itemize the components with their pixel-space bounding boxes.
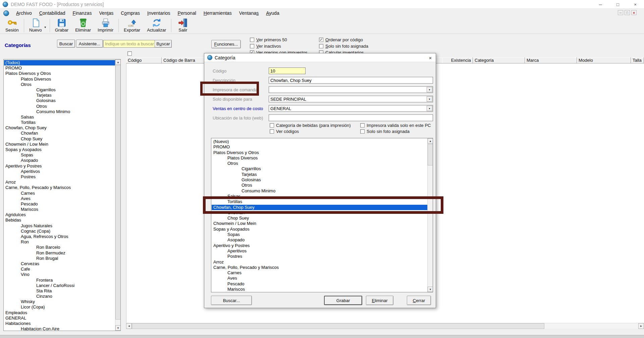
category-item[interactable]: Vino — [4, 272, 115, 277]
category-item[interactable]: Habitaciones — [4, 321, 115, 326]
column-header-codigo[interactable]: Código — [126, 57, 162, 63]
category-item[interactable]: Chowfan, Chop Suey — [4, 125, 115, 131]
menu-item-ayuda[interactable]: Ayuda — [262, 9, 283, 17]
dialog-category-item[interactable]: Otros — [212, 183, 427, 188]
horizontal-scrollbar-thumb[interactable] — [132, 323, 544, 329]
category-item[interactable]: Consumo Minimo — [4, 109, 115, 114]
category-item[interactable]: Asopado — [4, 158, 115, 163]
category-item[interactable]: Habitacion Con Aire — [4, 326, 115, 331]
category-item[interactable]: Mariscos — [4, 207, 115, 212]
scroll-down-icon[interactable]: ▼ — [428, 287, 433, 292]
checkbox[interactable] — [250, 38, 254, 42]
checkbox[interactable] — [270, 123, 274, 128]
category-item[interactable]: Cervezas — [4, 261, 115, 267]
category-item[interactable]: Pescado — [4, 201, 115, 207]
ubicacion-foto-field[interactable] — [269, 114, 433, 121]
category-item[interactable]: PROMO — [4, 65, 115, 71]
category-item[interactable]: Ron — [4, 239, 115, 245]
dialog-category-item[interactable]: Aves — [212, 276, 427, 281]
salir-toolbar-button[interactable]: Salir — [173, 17, 193, 34]
dialog-category-item[interactable]: Consumo Minimo — [212, 188, 427, 194]
category-item[interactable]: Postres — [4, 174, 115, 180]
grabar-toolbar-button[interactable]: Grabar — [52, 17, 72, 34]
maximize-icon[interactable]: □ — [609, 0, 627, 9]
category-item[interactable]: Aves — [4, 196, 115, 201]
category-item[interactable]: Sopas y Asopados — [4, 147, 115, 152]
sede-combobox[interactable]: SEDE PRINCIPAL▼ — [269, 96, 433, 102]
dialog-category-item[interactable]: Postres — [212, 254, 427, 259]
category-item[interactable]: Platos Diversos y Otros — [4, 71, 115, 76]
dialog-list-scrollbar[interactable]: ▲ ▼ — [427, 138, 433, 292]
column-header-talla[interactable]: Talla — [631, 57, 644, 63]
dialog-category-item[interactable]: Cigarrillos — [212, 166, 427, 172]
category-item[interactable]: Tarjetas — [4, 93, 115, 98]
dialog-cerrar-button[interactable]: Cerrar — [407, 296, 431, 305]
sesion-toolbar-button[interactable]: Sesión — [2, 17, 22, 34]
chevron-down-icon[interactable]: ▼ — [427, 96, 432, 102]
scroll-left-icon[interactable]: ◄ — [126, 323, 132, 329]
dialog-category-item[interactable]: Chowfan — [212, 210, 427, 215]
checkbox[interactable] — [360, 123, 365, 128]
category-item[interactable]: Frontera — [4, 278, 115, 283]
buscar-button[interactable]: Buscar — [57, 40, 75, 48]
checkbox[interactable] — [360, 129, 365, 134]
category-item[interactable]: Tortillas — [4, 120, 115, 125]
menu-item-ventanas[interactable]: Ventanas — [235, 9, 262, 17]
dialog-category-item[interactable]: Carne, Pollo, Pescado y Mariscos — [212, 265, 427, 270]
category-item[interactable]: Lancer / CarloRossi — [4, 283, 115, 288]
funciones-button[interactable]: Funciones... — [211, 40, 241, 48]
category-item[interactable]: Sta Rita — [4, 288, 115, 294]
codigo-field[interactable]: 10 — [269, 67, 306, 74]
dialog-category-item[interactable]: Tarjetas — [212, 172, 427, 177]
dialog-category-item[interactable]: PROMO — [212, 144, 427, 150]
dialog-category-item[interactable]: Salsas — [212, 194, 427, 199]
horizontal-scrollbar[interactable]: ◄ ► — [126, 323, 644, 329]
category-item[interactable]: Agua, Refrescos y Otros — [4, 234, 115, 239]
search-input[interactable]: Indique un texto a buscar — [104, 40, 155, 47]
category-item[interactable]: GENERAL — [4, 316, 115, 321]
dialog-close-icon[interactable]: × — [427, 54, 434, 61]
eliminar-toolbar-button[interactable]: Eliminar — [72, 17, 94, 34]
column-header-existencia[interactable]: Existencia — [442, 57, 473, 63]
dialog-category-item[interactable]: Sopas y Asopados — [212, 227, 427, 232]
category-item[interactable]: Whisky — [4, 299, 115, 304]
sidebar-vertical-scrollbar[interactable]: ▲ ▼ — [115, 59, 120, 331]
category-item[interactable]: (Todos) — [4, 60, 115, 65]
checkbox[interactable] — [270, 129, 274, 134]
category-item[interactable]: Chowfan — [4, 131, 115, 136]
exportar-toolbar-button[interactable]: Exportar — [120, 17, 144, 34]
search-buscar-button[interactable]: Buscar — [155, 40, 171, 47]
category-item[interactable]: Chowmein / Low Mein — [4, 142, 115, 147]
dialog-category-item[interactable]: Mariscos — [212, 287, 427, 292]
dialog-category-item[interactable]: Aperitivo y Postres — [212, 243, 427, 248]
dialog-category-item[interactable]: Aperitivos — [212, 248, 427, 254]
menu-item-compras[interactable]: Compras — [117, 9, 144, 17]
asistente-button[interactable]: Asistente... — [76, 40, 103, 48]
category-item[interactable]: Licor (Copa) — [4, 304, 115, 310]
category-item[interactable]: Aperitivos — [4, 169, 115, 174]
category-item[interactable]: Cafe — [4, 267, 115, 272]
category-item[interactable]: Ron Barcelo — [4, 245, 115, 250]
dialog-category-item[interactable]: Arroz — [212, 259, 427, 265]
category-item[interactable]: Agridulces — [4, 212, 115, 218]
category-item[interactable]: Otros — [4, 104, 115, 109]
category-item[interactable]: Ron Brugal — [4, 256, 115, 261]
category-item[interactable]: Bebidas — [4, 218, 115, 223]
unlabeled-checkbox[interactable] — [127, 51, 132, 56]
chevron-down-icon[interactable]: ▼ — [44, 26, 47, 29]
dialog-category-item[interactable]: Platos Diversos — [212, 155, 427, 161]
menu-item-archivo[interactable]: Archivo — [12, 9, 36, 17]
category-item[interactable]: Jugos Naturales — [4, 223, 115, 229]
checkbox[interactable] — [319, 44, 323, 48]
dialog-category-item[interactable]: Asopado — [212, 237, 427, 243]
dialog-scrollbar-thumb[interactable] — [428, 144, 433, 165]
menu-item-herramientas[interactable]: Herramientas — [200, 9, 235, 17]
mdi-minimize-icon[interactable]: ─ — [618, 10, 623, 15]
column-header-modelo[interactable]: Modelo — [577, 57, 631, 63]
dialog-buscar-button[interactable]: Buscar... — [211, 296, 252, 305]
category-item[interactable]: Golosinas — [4, 98, 115, 103]
category-item[interactable]: Platos Diversos — [4, 77, 115, 82]
menu-item-inventarios[interactable]: Inventarios — [144, 9, 174, 17]
dialog-category-item[interactable]: Platos Diversos y Otros — [212, 150, 427, 155]
dialog-category-item[interactable]: Chowfan, Chop Suey — [212, 205, 427, 210]
